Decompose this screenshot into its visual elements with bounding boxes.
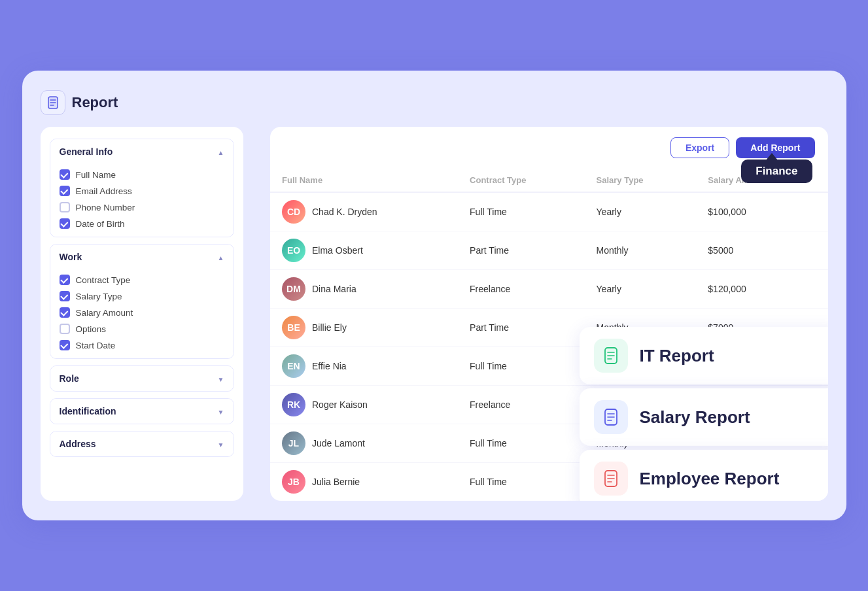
employee-report-icon [594,462,628,496]
chevron-down-icon-identification [218,406,224,416]
cell-name-2: EO Elma Osbert [270,231,458,270]
section-role-header[interactable]: Role [50,366,234,391]
section-work-label: Work [60,252,82,262]
cell-salary-3: $120,000 [696,270,827,309]
report-icon [46,95,60,110]
cb-salary-type[interactable] [60,291,70,301]
report-dropdown: IT Report Salary Report [580,327,828,501]
cell-name-1: CD Chad K. Dryden [270,192,458,231]
col-salary-type: Salary Type [585,169,697,192]
col-full-name: Full Name [270,169,458,192]
section-general-info: General Info Full Name Email Address Pho… [50,139,234,237]
cell-name-5: EN Effie Nia [270,347,458,386]
section-address-header[interactable]: Address [50,431,234,456]
cb-start-date[interactable] [60,340,70,350]
avatar-8: JB [282,470,305,494]
chevron-down-icon-role [218,373,224,384]
label-salary-amount: Salary Amount [76,308,133,318]
filter-full-name[interactable]: Full Name [60,169,224,180]
name-7: Jude Lamont [312,438,365,448]
cb-date-of-birth[interactable] [60,218,70,229]
filter-salary-amount[interactable]: Salary Amount [60,307,224,318]
filter-salary-type[interactable]: Salary Type [60,291,224,301]
employee-doc-icon [601,469,621,488]
name-6: Roger Kaison [312,399,368,410]
section-general-info-header[interactable]: General Info [50,139,234,164]
report-card-employee[interactable]: Employee Report [580,450,828,501]
report-icon-wrap [41,90,65,115]
filter-phone-number[interactable]: Phone Number [60,202,224,212]
avatar-7: JL [282,431,305,455]
name-8: Julia Bernie [312,477,360,487]
avatar-3: DM [282,277,305,301]
salary-report-icon [594,400,628,434]
cell-saltype-3: Yearly [585,270,697,309]
cb-full-name[interactable] [60,169,70,180]
salary-report-label: Salary Report [640,407,750,428]
chevron-down-icon-address [218,439,224,449]
export-button[interactable]: Export [670,137,729,158]
name-2: Elma Osbert [312,245,363,256]
label-start-date: Start Date [76,341,116,350]
filter-email-address[interactable]: Email Address [60,186,224,196]
cb-salary-amount[interactable] [60,307,70,318]
table-row: EO Elma Osbert Part Time Monthly $5000 [270,231,828,270]
cell-contract-1: Full Time [458,192,585,231]
cell-name-7: JL Jude Lamont [270,424,458,463]
salary-doc-icon [601,407,621,427]
chevron-up-icon [218,146,224,157]
right-panel: Export Add Report Finance Full Name Cont… [270,127,828,501]
section-work-header[interactable]: Work [50,245,234,269]
cell-contract-7: Full Time [458,424,585,463]
name-1: Chad K. Dryden [312,207,377,217]
section-identification-header[interactable]: Identification [50,399,234,424]
it-report-label: IT Report [640,346,714,366]
cell-name-6: RK Roger Kaison [270,386,458,424]
cb-email-address[interactable] [60,186,70,196]
page-header: Report [41,90,828,115]
col-contract-type: Contract Type [458,169,585,192]
cell-name-8: JB Julia Bernie [270,463,458,501]
table-row: CD Chad K. Dryden Full Time Yearly $100,… [270,192,828,231]
label-date-of-birth: Date of Birth [76,219,125,229]
report-card-salary[interactable]: Salary Report [580,388,828,446]
label-full-name: Full Name [76,170,116,180]
cell-contract-6: Freelance [458,386,585,424]
left-panel: General Info Full Name Email Address Pho… [41,127,243,501]
main-container: Report General Info Full Name Email Ad [22,71,846,520]
cell-saltype-2: Monthly [585,231,697,270]
cell-salary-1: $100,000 [696,192,827,231]
name-3: Dina Maria [312,284,356,294]
name-5: Effie Nia [312,361,347,371]
avatar-2: EO [282,239,305,262]
cell-saltype-1: Yearly [585,192,697,231]
label-contract-type: Contract Type [76,275,131,285]
avatar-6: RK [282,393,305,416]
cb-contract-type[interactable] [60,275,70,285]
filter-date-of-birth[interactable]: Date of Birth [60,218,224,229]
filter-start-date[interactable]: Start Date [60,340,224,350]
vertical-divider [256,127,258,501]
cb-options[interactable] [60,324,70,334]
cell-salary-2: $5000 [696,231,827,270]
avatar-5: EN [282,354,305,378]
name-4: Billie Ely [312,322,347,333]
filter-contract-type[interactable]: Contract Type [60,275,224,285]
section-identification-label: Identification [60,406,116,416]
report-card-it[interactable]: IT Report [580,327,828,384]
cell-contract-8: Full Time [458,463,585,501]
section-general-info-body: Full Name Email Address Phone Number Dat… [50,164,234,237]
filter-options[interactable]: Options [60,324,224,334]
cell-contract-3: Freelance [458,270,585,309]
main-content: General Info Full Name Email Address Pho… [41,127,828,501]
section-work-body: Contract Type Salary Type Salary Amount … [50,269,234,358]
chevron-up-icon-work [218,252,224,262]
cb-phone-number[interactable] [60,202,70,212]
section-role-label: Role [60,373,79,384]
section-identification: Identification [50,398,234,424]
section-general-info-label: General Info [60,146,113,157]
avatar-4: BE [282,316,305,339]
page-title: Report [72,94,118,111]
label-phone-number: Phone Number [76,203,135,212]
label-salary-type: Salary Type [76,292,122,301]
